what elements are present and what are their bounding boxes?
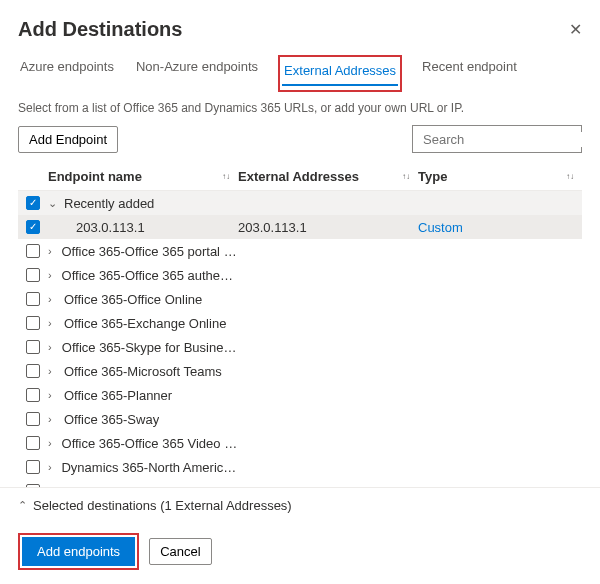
search-box[interactable] xyxy=(412,125,582,153)
column-headers: Endpoint name↑↓ External Addresses↑↓ Typ… xyxy=(18,163,582,191)
sort-icon[interactable]: ↑↓ xyxy=(402,175,410,179)
table-row[interactable]: ›Office 365-Planner xyxy=(18,383,582,407)
group-recently-added[interactable]: ⌄ Recently added xyxy=(18,191,582,215)
checkbox[interactable] xyxy=(26,364,40,378)
table-row[interactable]: ›Office 365-Microsoft Teams xyxy=(18,359,582,383)
chevron-right-icon[interactable]: › xyxy=(48,461,57,473)
table-row[interactable]: 203.0.113.1 203.0.113.1 Custom xyxy=(18,215,582,239)
sort-icon[interactable]: ↑↓ xyxy=(222,175,230,179)
checkbox[interactable] xyxy=(26,316,40,330)
tab-azure-endpoints[interactable]: Azure endpoints xyxy=(18,55,116,92)
endpoint-name: Office 365-Office 365 Video and Micr... xyxy=(62,436,238,451)
table-row[interactable]: ›Office 365-Exchange Online xyxy=(18,311,582,335)
checkbox[interactable] xyxy=(26,268,40,282)
table-row[interactable]: ›Dynamics 365-North America-based ... xyxy=(18,455,582,479)
checkbox[interactable] xyxy=(26,244,40,258)
add-endpoint-button[interactable]: Add Endpoint xyxy=(18,126,118,153)
endpoint-type: Custom xyxy=(418,220,582,235)
chevron-right-icon[interactable]: › xyxy=(48,293,60,305)
add-endpoints-button[interactable]: Add endpoints xyxy=(22,537,135,566)
chevron-down-icon[interactable]: ⌄ xyxy=(48,197,60,210)
selected-destinations-summary[interactable]: ⌃ Selected destinations (1 External Addr… xyxy=(0,487,600,523)
tab-non-azure-endpoints[interactable]: Non-Azure endpoints xyxy=(134,55,260,92)
col-endpoint-name[interactable]: Endpoint name xyxy=(48,169,142,184)
summary-label: Selected destinations (1 External Addres… xyxy=(33,498,292,513)
sort-icon[interactable]: ↑↓ xyxy=(566,175,574,179)
tabs: Azure endpoints Non-Azure endpoints Exte… xyxy=(18,55,582,93)
group-label: Recently added xyxy=(64,196,154,211)
endpoint-name: Dynamics 365-North America-based ... xyxy=(61,460,238,475)
checkbox[interactable] xyxy=(26,340,40,354)
endpoint-name: 203.0.113.1 xyxy=(76,220,145,235)
add-endpoints-highlight: Add endpoints xyxy=(18,533,139,570)
chevron-right-icon[interactable]: › xyxy=(48,389,60,401)
table-row[interactable]: ›Office 365-Sway xyxy=(18,407,582,431)
endpoint-name: Office 365-Office Online xyxy=(64,292,202,307)
close-icon[interactable]: ✕ xyxy=(569,20,582,39)
table-row[interactable]: ›Office 365-Office Online xyxy=(18,287,582,311)
endpoint-name: Office 365-Microsoft Teams xyxy=(64,364,222,379)
chevron-right-icon[interactable]: › xyxy=(48,269,58,281)
chevron-up-icon: ⌃ xyxy=(18,499,27,512)
chevron-right-icon[interactable]: › xyxy=(48,413,60,425)
endpoint-name: Office 365-Skype for Business Online xyxy=(62,340,238,355)
endpoint-external: 203.0.113.1 xyxy=(238,220,418,235)
tab-external-addresses[interactable]: External Addresses xyxy=(282,59,398,86)
endpoint-name: Office 365-Office 365 authentication ... xyxy=(62,268,238,283)
table-row[interactable]: ›Office 365-Skype for Business Online xyxy=(18,335,582,359)
endpoint-name: Office 365-Planner xyxy=(64,388,172,403)
endpoint-name: Office 365-Exchange Online xyxy=(64,316,226,331)
table-row[interactable]: ›Office 365-Office 365 authentication ..… xyxy=(18,263,582,287)
chevron-right-icon[interactable]: › xyxy=(48,437,58,449)
endpoint-name: Office 365-Sway xyxy=(64,412,159,427)
search-input[interactable] xyxy=(423,132,591,147)
endpoint-list[interactable]: ⌄ Recently added 203.0.113.1 203.0.113.1… xyxy=(18,191,582,533)
checkbox[interactable] xyxy=(26,412,40,426)
chevron-right-icon[interactable]: › xyxy=(48,317,60,329)
tab-recent-endpoint[interactable]: Recent endpoint xyxy=(420,55,519,92)
checkbox[interactable] xyxy=(26,460,40,474)
checkbox[interactable] xyxy=(26,196,40,210)
chevron-right-icon[interactable]: › xyxy=(48,365,60,377)
col-type[interactable]: Type xyxy=(418,169,447,184)
checkbox[interactable] xyxy=(26,436,40,450)
tab-external-addresses-highlight: External Addresses xyxy=(278,55,402,92)
subtext: Select from a list of Office 365 and Dyn… xyxy=(18,101,582,115)
cancel-button[interactable]: Cancel xyxy=(149,538,211,565)
col-external-addresses[interactable]: External Addresses xyxy=(238,169,359,184)
table-row[interactable]: ›Office 365-Office 365 portal and shar..… xyxy=(18,239,582,263)
checkbox[interactable] xyxy=(26,292,40,306)
checkbox[interactable] xyxy=(26,388,40,402)
chevron-right-icon[interactable]: › xyxy=(48,341,58,353)
table-row[interactable]: ›Office 365-Office 365 Video and Micr... xyxy=(18,431,582,455)
chevron-right-icon[interactable]: › xyxy=(48,245,58,257)
checkbox[interactable] xyxy=(26,220,40,234)
endpoint-name: Office 365-Office 365 portal and shar... xyxy=(62,244,239,259)
page-title: Add Destinations xyxy=(18,18,182,41)
